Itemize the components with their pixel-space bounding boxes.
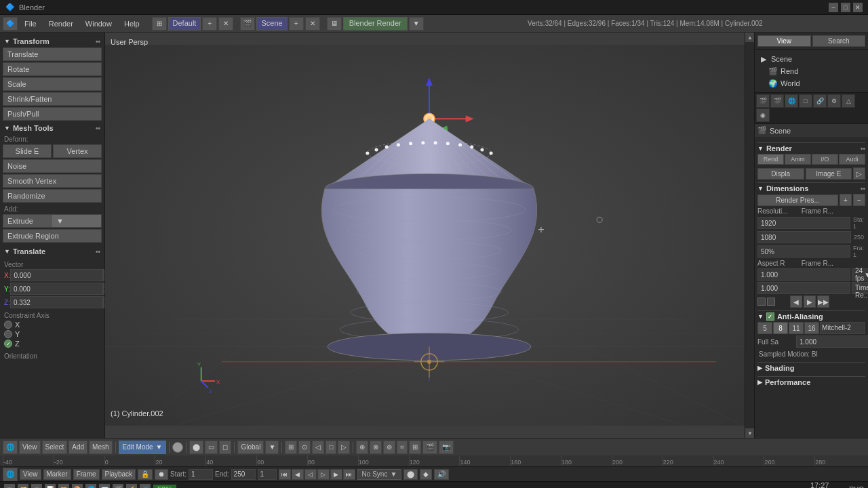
performance-section-header[interactable]: ▶ Performance [757,376,865,388]
close-button[interactable]: ✕ [853,3,863,12]
tool-btn-6[interactable]: ⊚ [383,441,395,454]
tool-btn-10[interactable]: 📷 [439,441,454,454]
audio-btn[interactable]: 🔊 [434,469,449,480]
toolbar-add-button[interactable]: Add [68,441,87,454]
res-y-input[interactable] [757,231,851,243]
menu-render[interactable]: Render [43,18,79,29]
tool-btn-5[interactable]: ⊗ [370,441,382,454]
nav-play[interactable]: ▶ [804,296,816,308]
prop-tab-scene[interactable]: 🎬 [770,94,784,108]
prop-tab-modifiers[interactable]: ⚙ [827,94,841,108]
tool-btn-9[interactable]: 🎬 [422,441,437,454]
app-icon-5[interactable]: 🌐 [85,484,96,489]
bool-checkbox-1[interactable] [757,298,766,306]
prev-keyframe-button[interactable]: ◀ [292,469,304,480]
render-section-header[interactable]: ▼ Render •• [757,142,865,154]
tool-btn-3[interactable]: ▷ [338,441,350,454]
image-editor-button[interactable]: Image E [806,168,852,180]
vertex-button[interactable]: Vertex [53,144,102,158]
file-icon[interactable]: 📁 [18,484,28,489]
tool-btn-2[interactable]: □ [326,441,336,454]
res-x-input[interactable] [757,217,850,229]
aa-num-5[interactable]: 5 [757,322,772,334]
keyframe-btn[interactable]: ⬤ [403,469,418,480]
menu-window[interactable]: Window [80,18,117,29]
prop-tab-object[interactable]: □ [799,94,812,108]
layout-selector[interactable]: Default [168,17,201,30]
toolbar-globe-icon[interactable]: 🌐 [3,441,18,454]
next-keyframe-button[interactable]: ▶ [330,469,342,480]
layout-close-icon[interactable]: ✕ [218,17,233,30]
x-value-input[interactable] [10,269,103,281]
engine-selector[interactable]: Blender Render [343,17,408,30]
aa-num-16[interactable]: 16 [804,322,819,334]
push-pull-button[interactable]: Push/Pull [3,107,102,121]
render-preset-remove[interactable]: − [853,194,865,206]
viewport-scroll[interactable]: ▲ ▼ [745,33,754,438]
dimensions-section-header[interactable]: ▼ Dimensions •• [757,182,865,194]
scroll-up-button[interactable]: ▲ [745,33,754,42]
asp-y-input[interactable] [757,282,850,294]
prop-tab-render[interactable]: 🎬 [756,94,770,108]
io-tab[interactable]: I/O [812,154,838,165]
search-tab[interactable]: Search [812,35,866,47]
app-icon-1[interactable]: 🖥 [31,484,42,489]
render-preset-button[interactable]: Render Pres... [757,195,838,206]
noise-button[interactable]: Noise [3,159,102,173]
select-mode-vertex[interactable]: ⬤ [189,441,203,454]
end-frame-input[interactable] [231,469,256,480]
engine-dropdown[interactable]: ▼ [409,17,424,30]
prop-tab-world[interactable]: 🌐 [785,94,798,108]
toolbar-select-button[interactable]: Select [42,441,68,454]
tool-btn-8[interactable]: ⊞ [409,441,421,454]
translate-section-header[interactable]: ▼ Translate •• [3,245,102,258]
scale-button[interactable]: Scale [3,77,102,91]
select-mode-edge[interactable]: ▭ [205,441,218,454]
nav-next[interactable]: ▶▶ [817,296,829,308]
app-icon-6[interactable]: 📧 [99,484,110,489]
asp-x-input[interactable] [757,268,850,281]
rend-tab[interactable]: Rend [757,154,784,165]
jump-to-end-button[interactable]: ⏭ [343,469,355,480]
scene-add-icon[interactable]: + [289,17,304,30]
translate-button[interactable]: Translate [3,47,102,61]
scene-selector[interactable]: Scene [256,17,287,30]
prop-tab-material[interactable]: ◉ [756,108,770,122]
edit-mode-selector[interactable]: Edit Mode ▼ [119,441,167,454]
jump-to-start-button[interactable]: ⏮ [279,469,291,480]
current-frame-input[interactable] [258,469,277,480]
play-button[interactable]: ▷ [317,469,330,480]
start-icon[interactable]: ⊞ [4,484,15,489]
layout-icon[interactable]: ⊞ [152,17,167,30]
aa-filter-select[interactable]: Mitchell-2 [820,322,865,334]
mesh-tools-section-header[interactable]: ▼ Mesh Tools •• [3,122,102,134]
timeline-globe[interactable]: 🌐 [3,468,18,481]
prop-tab-constraints[interactable]: 🔗 [813,94,827,108]
scroll-down-button[interactable]: ▼ [745,428,754,438]
vertex-paint-icon[interactable] [172,442,183,453]
aa-section-header[interactable]: ▼ Anti-Aliasing [757,310,865,322]
render-tree-item[interactable]: 🎬 Rend [757,65,865,77]
timeline-record-button[interactable]: ⏺ [155,469,168,480]
tool-btn-7[interactable]: ⌗ [397,441,408,454]
y-value-input[interactable] [10,283,103,295]
menu-file[interactable]: File [19,18,42,29]
y-axis-checkbox[interactable] [4,330,12,338]
rotate-button[interactable]: Rotate [3,62,102,76]
extrude-region-button[interactable]: Extrude Region [3,229,102,243]
tool-btn-4[interactable]: ⊕ [356,441,368,454]
tool-btn-1[interactable]: ◁ [312,441,324,454]
aa-num-11[interactable]: 11 [789,322,804,334]
minimize-button[interactable]: – [829,3,838,12]
global-dropdown[interactable]: ▼ [265,441,279,454]
anim-tab[interactable]: Anim [785,154,811,165]
image-editor-expand[interactable]: ▷ [853,167,865,180]
z-value-input[interactable] [10,296,103,308]
start-frame-input[interactable] [189,469,213,480]
play-reverse-button[interactable]: ◁ [304,469,317,480]
timeline-frame-button[interactable]: Frame [73,469,100,480]
engine-icon[interactable]: 🖥 [327,17,342,30]
app-icon-8[interactable]: ⚡ [126,484,137,489]
view-tab[interactable]: View [757,35,811,47]
nav-prev[interactable]: ◀ [790,296,802,308]
